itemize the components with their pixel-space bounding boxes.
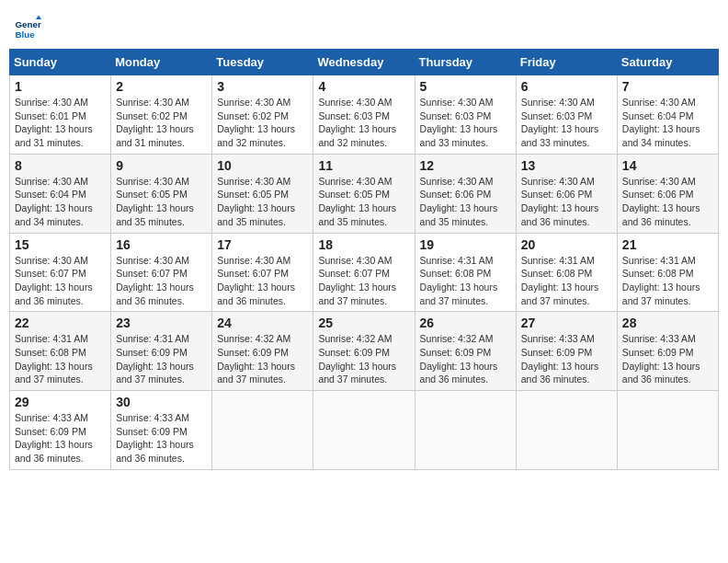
calendar-cell: 18Sunrise: 4:30 AMSunset: 6:07 PMDayligh… — [313, 233, 415, 312]
day-number: 4 — [318, 79, 409, 94]
day-number: 27 — [521, 316, 612, 330]
day-number: 18 — [318, 237, 409, 252]
day-number: 1 — [15, 79, 106, 94]
calendar-cell — [313, 391, 415, 470]
calendar-cell: 17Sunrise: 4:30 AMSunset: 6:07 PMDayligh… — [212, 233, 313, 312]
day-number: 12 — [420, 158, 511, 173]
day-number: 19 — [420, 237, 511, 252]
calendar-week-row: 15Sunrise: 4:30 AMSunset: 6:07 PMDayligh… — [10, 233, 719, 312]
day-info: Sunrise: 4:30 AMSunset: 6:02 PMDaylight:… — [116, 96, 207, 150]
day-number: 6 — [521, 79, 612, 94]
day-info: Sunrise: 4:32 AMSunset: 6:09 PMDaylight:… — [420, 332, 511, 386]
day-number: 21 — [622, 237, 713, 252]
day-info: Sunrise: 4:30 AMSunset: 6:05 PMDaylight:… — [116, 175, 207, 229]
day-number: 7 — [622, 79, 713, 94]
day-number: 20 — [521, 237, 612, 252]
day-info: Sunrise: 4:33 AMSunset: 6:09 PMDaylight:… — [116, 411, 207, 465]
day-info: Sunrise: 4:33 AMSunset: 6:09 PMDaylight:… — [622, 332, 713, 386]
day-number: 11 — [318, 158, 409, 173]
calendar-cell: 30Sunrise: 4:33 AMSunset: 6:09 PMDayligh… — [111, 391, 212, 470]
day-info: Sunrise: 4:30 AMSunset: 6:02 PMDaylight:… — [217, 96, 308, 150]
day-number: 25 — [318, 316, 409, 330]
day-info: Sunrise: 4:30 AMSunset: 6:03 PMDaylight:… — [521, 96, 612, 150]
calendar-cell: 12Sunrise: 4:30 AMSunset: 6:06 PMDayligh… — [415, 154, 516, 233]
calendar-cell — [516, 391, 617, 470]
calendar-cell — [617, 391, 718, 470]
day-number: 10 — [217, 158, 308, 173]
day-info: Sunrise: 4:30 AMSunset: 6:05 PMDaylight:… — [318, 175, 409, 229]
calendar-week-row: 29Sunrise: 4:33 AMSunset: 6:09 PMDayligh… — [10, 391, 719, 470]
calendar-cell: 4Sunrise: 4:30 AMSunset: 6:03 PMDaylight… — [313, 75, 415, 155]
day-number: 22 — [15, 316, 106, 330]
day-number: 15 — [15, 237, 106, 252]
calendar-cell: 28Sunrise: 4:33 AMSunset: 6:09 PMDayligh… — [617, 312, 718, 391]
calendar-table: SundayMondayTuesdayWednesdayThursdayFrid… — [9, 49, 719, 470]
day-number: 24 — [217, 316, 308, 330]
calendar-cell: 6Sunrise: 4:30 AMSunset: 6:03 PMDaylight… — [516, 75, 617, 155]
day-info: Sunrise: 4:31 AMSunset: 6:08 PMDaylight:… — [15, 332, 106, 386]
calendar-cell: 23Sunrise: 4:31 AMSunset: 6:09 PMDayligh… — [111, 312, 212, 391]
calendar-cell: 26Sunrise: 4:32 AMSunset: 6:09 PMDayligh… — [415, 312, 516, 391]
day-info: Sunrise: 4:31 AMSunset: 6:09 PMDaylight:… — [116, 332, 207, 386]
day-number: 8 — [15, 158, 106, 173]
day-info: Sunrise: 4:31 AMSunset: 6:08 PMDaylight:… — [521, 254, 612, 308]
calendar-cell: 15Sunrise: 4:30 AMSunset: 6:07 PMDayligh… — [10, 233, 111, 312]
day-number: 3 — [217, 79, 308, 94]
day-info: Sunrise: 4:30 AMSunset: 6:06 PMDaylight:… — [420, 175, 511, 229]
column-header-saturday: Saturday — [617, 50, 718, 75]
calendar-cell — [415, 391, 516, 470]
day-info: Sunrise: 4:33 AMSunset: 6:09 PMDaylight:… — [15, 411, 106, 465]
day-number: 30 — [116, 395, 207, 409]
calendar-cell: 5Sunrise: 4:30 AMSunset: 6:03 PMDaylight… — [415, 75, 516, 155]
day-info: Sunrise: 4:30 AMSunset: 6:05 PMDaylight:… — [217, 175, 308, 229]
day-info: Sunrise: 4:30 AMSunset: 6:03 PMDaylight:… — [420, 96, 511, 150]
day-info: Sunrise: 4:30 AMSunset: 6:01 PMDaylight:… — [15, 96, 106, 150]
svg-text:Blue: Blue — [16, 29, 36, 40]
column-header-thursday: Thursday — [415, 50, 516, 75]
day-info: Sunrise: 4:32 AMSunset: 6:09 PMDaylight:… — [217, 332, 308, 386]
calendar-cell: 20Sunrise: 4:31 AMSunset: 6:08 PMDayligh… — [516, 233, 617, 312]
day-info: Sunrise: 4:31 AMSunset: 6:08 PMDaylight:… — [622, 254, 713, 308]
calendar-cell: 13Sunrise: 4:30 AMSunset: 6:06 PMDayligh… — [516, 154, 617, 233]
day-number: 9 — [116, 158, 207, 173]
calendar-cell: 11Sunrise: 4:30 AMSunset: 6:05 PMDayligh… — [313, 154, 415, 233]
calendar-cell: 3Sunrise: 4:30 AMSunset: 6:02 PMDaylight… — [212, 75, 313, 155]
day-number: 14 — [622, 158, 713, 173]
calendar-cell: 10Sunrise: 4:30 AMSunset: 6:05 PMDayligh… — [212, 154, 313, 233]
day-info: Sunrise: 4:30 AMSunset: 6:07 PMDaylight:… — [15, 254, 106, 308]
day-info: Sunrise: 4:30 AMSunset: 6:06 PMDaylight:… — [622, 175, 713, 229]
calendar-week-row: 8Sunrise: 4:30 AMSunset: 6:04 PMDaylight… — [10, 154, 719, 233]
calendar-cell: 9Sunrise: 4:30 AMSunset: 6:05 PMDaylight… — [111, 154, 212, 233]
column-header-wednesday: Wednesday — [313, 50, 415, 75]
day-number: 2 — [116, 79, 207, 94]
calendar-cell: 24Sunrise: 4:32 AMSunset: 6:09 PMDayligh… — [212, 312, 313, 391]
svg-marker-2 — [36, 16, 41, 20]
calendar-cell: 7Sunrise: 4:30 AMSunset: 6:04 PMDaylight… — [617, 75, 718, 155]
day-info: Sunrise: 4:30 AMSunset: 6:04 PMDaylight:… — [15, 175, 106, 229]
calendar-cell: 8Sunrise: 4:30 AMSunset: 6:04 PMDaylight… — [10, 154, 111, 233]
day-number: 23 — [116, 316, 207, 330]
day-info: Sunrise: 4:30 AMSunset: 6:04 PMDaylight:… — [622, 96, 713, 150]
day-info: Sunrise: 4:33 AMSunset: 6:09 PMDaylight:… — [521, 332, 612, 386]
column-header-friday: Friday — [516, 50, 617, 75]
logo: General Blue — [14, 14, 45, 41]
calendar-week-row: 22Sunrise: 4:31 AMSunset: 6:08 PMDayligh… — [10, 312, 719, 391]
calendar-week-row: 1Sunrise: 4:30 AMSunset: 6:01 PMDaylight… — [10, 75, 719, 155]
day-info: Sunrise: 4:30 AMSunset: 6:03 PMDaylight:… — [318, 96, 409, 150]
calendar-cell: 1Sunrise: 4:30 AMSunset: 6:01 PMDaylight… — [10, 75, 111, 155]
column-header-sunday: Sunday — [10, 50, 111, 75]
column-header-monday: Monday — [111, 50, 212, 75]
day-number: 16 — [116, 237, 207, 252]
day-number: 5 — [420, 79, 511, 94]
calendar-cell: 16Sunrise: 4:30 AMSunset: 6:07 PMDayligh… — [111, 233, 212, 312]
logo-icon: General Blue — [14, 14, 41, 41]
header: General Blue — [9, 9, 719, 41]
day-info: Sunrise: 4:30 AMSunset: 6:06 PMDaylight:… — [521, 175, 612, 229]
calendar-cell: 22Sunrise: 4:31 AMSunset: 6:08 PMDayligh… — [10, 312, 111, 391]
calendar-cell: 21Sunrise: 4:31 AMSunset: 6:08 PMDayligh… — [617, 233, 718, 312]
day-number: 26 — [420, 316, 511, 330]
calendar-cell: 19Sunrise: 4:31 AMSunset: 6:08 PMDayligh… — [415, 233, 516, 312]
calendar-cell: 25Sunrise: 4:32 AMSunset: 6:09 PMDayligh… — [313, 312, 415, 391]
day-number: 29 — [15, 395, 106, 409]
day-info: Sunrise: 4:30 AMSunset: 6:07 PMDaylight:… — [217, 254, 308, 308]
